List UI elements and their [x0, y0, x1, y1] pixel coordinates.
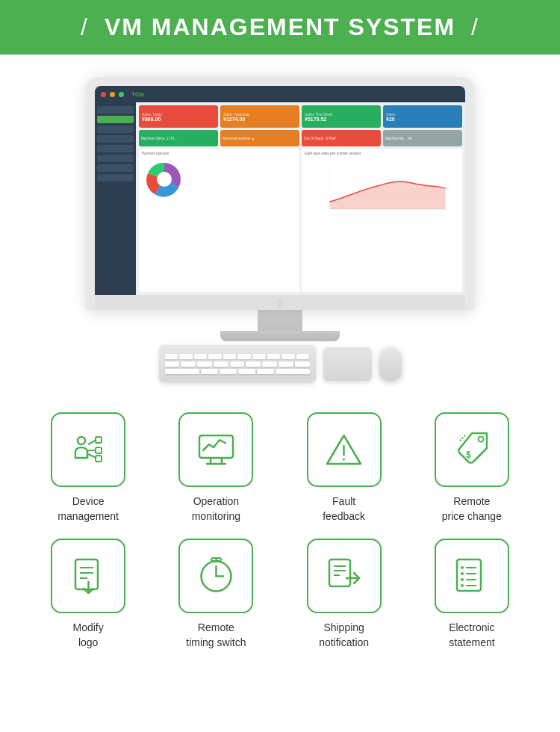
key [223, 354, 237, 359]
list-doc-icon [451, 556, 492, 597]
key [220, 369, 237, 374]
feature-icon-box-monitor [178, 412, 253, 487]
key [194, 354, 208, 359]
feature-icon-box-statement [435, 539, 509, 613]
svg-point-20 [479, 436, 484, 441]
svg-point-1 [157, 172, 172, 187]
key [237, 354, 251, 359]
svg-point-19 [343, 458, 345, 460]
imac-chin:  [95, 295, 465, 310]
feature-icon-box-device [51, 412, 125, 487]
feature-label-statement: Electronicstatement [449, 621, 494, 650]
line-chart-svg [305, 157, 459, 217]
svg-point-45 [461, 584, 464, 587]
sidebar-item [97, 164, 134, 172]
machine-outofstock: Out Of Stock: -0 Platf [302, 130, 381, 146]
feature-icon-box-timing [178, 539, 253, 613]
sidebar-item [97, 174, 134, 182]
charts-row: Payment type pen [139, 149, 462, 292]
key [214, 362, 228, 367]
dot-red [101, 92, 106, 97]
clock-icon [196, 556, 237, 597]
imac-wrapper: TCN [86, 77, 474, 382]
desk-accessories [86, 345, 474, 382]
key [201, 369, 218, 374]
key [295, 362, 310, 367]
imac-screen: TCN [95, 86, 465, 295]
triangle-alert-icon [323, 429, 364, 471]
feature-icon-box-price: $ [435, 412, 509, 487]
svg-rect-13 [96, 456, 102, 462]
key-wide [165, 369, 199, 374]
key-row-1 [165, 354, 310, 359]
svg-point-39 [461, 566, 464, 569]
header-title: / VM MANAGEMENT SYSTEM / [73, 13, 487, 40]
sidebar-item [97, 135, 134, 143]
key [262, 362, 277, 367]
feature-fault-feedback: Faultfeedback [286, 412, 402, 524]
feature-label-shipping: Shippingnotification [319, 621, 369, 650]
page-header: / VM MANAGEMENT SYSTEM / [0, 0, 560, 55]
feature-remote-price: $ Remoteprice change [414, 412, 530, 524]
svg-rect-14 [199, 435, 233, 458]
key [252, 354, 266, 359]
machine-online: Machine Online: 17 Pl... [139, 130, 218, 146]
key [257, 369, 274, 374]
key [165, 354, 178, 359]
dot-green [119, 92, 124, 97]
monitor-chart-icon [196, 429, 237, 471]
document-down-icon [68, 556, 109, 597]
feature-label-modify-logo: Modifylogo [73, 621, 104, 650]
svg-point-43 [461, 578, 464, 581]
sidebar-item-active [97, 116, 134, 123]
key [267, 354, 281, 359]
slash-left: / [81, 13, 89, 40]
apple-logo-icon:  [278, 297, 281, 308]
dot-yellow [110, 92, 115, 97]
machine-row: Machine Online: 17 Pl... Abnormal machin… [139, 130, 462, 146]
stat-week: Sales This Week ¥5179.52 [302, 105, 381, 128]
sidebar-item [97, 145, 134, 152]
feature-timing-switch: Remotetiming switch [158, 539, 274, 650]
machine-other: Machine Ma... Yet [383, 130, 462, 146]
feature-label-price: Remoteprice change [442, 494, 502, 524]
feature-modify-logo: Modifylogo [30, 539, 146, 650]
person-network-icon [68, 429, 109, 471]
key [238, 369, 255, 374]
feature-shipping: Shippingnotification [286, 539, 402, 650]
dash-logo: TCN [131, 91, 143, 98]
dash-sidebar [95, 102, 136, 295]
feature-label-device: Devicemanagement [57, 494, 119, 524]
machine-abnormal: Abnormal machine ▲ [220, 130, 299, 146]
imac-frame: TCN [86, 77, 474, 310]
feature-label-monitor: Operationmonitoring [192, 494, 240, 524]
key-row-2 [165, 362, 310, 367]
svg-rect-33 [329, 559, 350, 586]
key [281, 354, 295, 359]
key [208, 354, 222, 359]
dash-topbar: TCN [95, 86, 465, 102]
imac-base [220, 331, 340, 341]
feature-electronic-statement: Electronicstatement [414, 539, 530, 650]
feature-device-management: Devicemanagement [30, 412, 146, 524]
key-row-3 [165, 369, 310, 374]
feature-label-fault: Faultfeedback [323, 494, 365, 524]
monitor-section: TCN [0, 55, 560, 390]
feature-operation-monitoring: Operationmonitoring [158, 412, 274, 524]
stat-yesterday: Sales Yesterday ¥1274.00 [220, 105, 299, 128]
key [230, 362, 245, 367]
features-section: Devicemanagement Operationmonitoring [0, 390, 560, 665]
svg-rect-11 [96, 437, 102, 443]
keyboard [159, 345, 316, 382]
chart-line: Eight days sales pen number analysis [302, 149, 462, 292]
feature-icon-box-shipping [307, 539, 382, 613]
dash-body: Sales Today ¥868.00 Sales Yesterday ¥127… [95, 102, 465, 295]
features-grid: Devicemanagement Operationmonitoring [30, 412, 530, 650]
doc-arrow-icon [323, 556, 364, 597]
imac-neck [258, 310, 302, 331]
key [279, 362, 293, 367]
svg-line-22 [460, 435, 465, 441]
pie-chart-svg [142, 157, 187, 202]
sidebar-item [97, 106, 134, 114]
dash-main: Sales Today ¥868.00 Sales Yesterday ¥127… [136, 102, 465, 295]
